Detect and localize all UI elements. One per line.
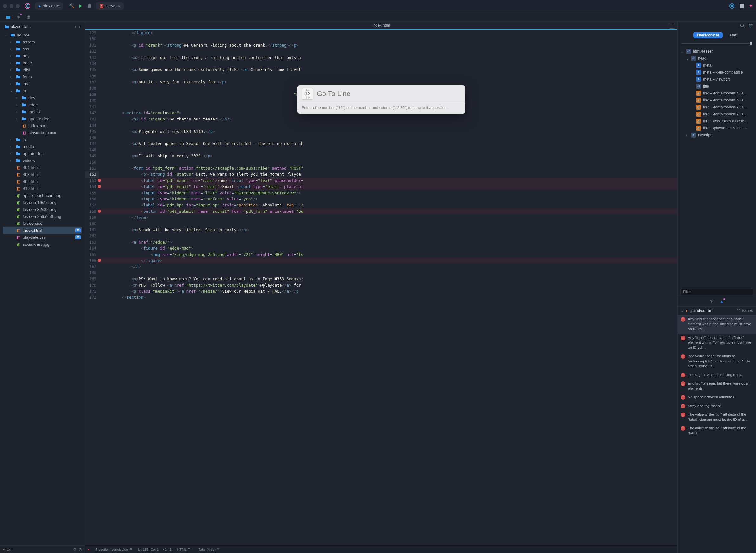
code-line[interactable] — [99, 221, 677, 227]
tree-item-edge[interactable]: ›edge — [3, 59, 82, 66]
tree-item-edge[interactable]: ›edge — [3, 101, 82, 108]
tree-item-js[interactable]: ›js — [3, 136, 82, 143]
tree-item-403-html[interactable]: ◧403.html — [3, 171, 82, 178]
project-selector[interactable]: play.date ⌄ — [4, 24, 32, 29]
tree-item-apple-touch-icon-png[interactable]: ◐apple-touch-icon.png — [3, 192, 82, 199]
minimize-window[interactable] — [9, 4, 13, 8]
project-tab[interactable]: ▸ play.date — [35, 2, 63, 9]
issue-item[interactable]: !End tag "a" violates nesting rules. — [678, 371, 756, 380]
panel-icon[interactable] — [739, 3, 744, 9]
all-issues-icon[interactable]: ✻ — [710, 299, 713, 304]
file-tree[interactable]: ⌄source›assets›css›dev›edge›elist›fonts›… — [0, 31, 85, 545]
code-line[interactable]: <p id="crank"><strong>We weren't kidding… — [99, 42, 677, 48]
maximize-window[interactable] — [16, 4, 20, 8]
code-line[interactable]: <input type="hidden" name="subform" valu… — [99, 196, 677, 202]
code-line[interactable] — [99, 147, 677, 153]
goto-line-input[interactable] — [317, 90, 461, 98]
tree-item-fonts[interactable]: ›fonts — [3, 73, 82, 80]
tab-flat[interactable]: Flat — [726, 32, 740, 38]
nav-fwd-icon[interactable]: › — [79, 24, 80, 29]
code-line[interactable] — [99, 233, 677, 239]
code-line[interactable]: <h2 id="signup">So that's our teaser.</h… — [99, 116, 677, 122]
dom-item[interactable]: ⌄</html#teaser — [680, 48, 754, 55]
tree-item-img[interactable]: ›img — [3, 80, 82, 87]
tree-item-index-html[interactable]: ◧index.html — [3, 122, 82, 129]
run-icon[interactable] — [78, 3, 83, 9]
tree-item-index-html[interactable]: ◧index.htmlM — [3, 227, 82, 234]
code-line[interactable]: <p>It will ship in early 2020.</p> — [99, 153, 677, 159]
issues-list[interactable]: !Any "input" descendant of a "label" ele… — [678, 315, 756, 553]
code-line[interactable]: <img src="/img/edge-mag-256.png"width="7… — [99, 251, 677, 257]
files-icon[interactable] — [6, 15, 11, 19]
code-line[interactable]: <form id="pdt_form" action="https://exam… — [99, 165, 677, 171]
issue-item[interactable]: !Bad value "none" for attribute "autocom… — [678, 352, 756, 371]
filter-gear-icon[interactable]: ⚙ — [73, 547, 77, 552]
dom-item[interactable]: 🔗link – /playdate.css?dec… — [680, 125, 754, 132]
code-line[interactable]: <p>Some games use the crank exclusively … — [99, 67, 677, 73]
dom-item[interactable]: 🔗link – /fonts/roobert/400… — [680, 97, 754, 104]
dom-filter-input[interactable] — [680, 289, 753, 295]
tree-item-source[interactable]: ⌄source — [3, 31, 82, 38]
tree-item-dev[interactable]: ›dev — [3, 94, 82, 101]
tab-hierarchical[interactable]: Hierarchical — [693, 32, 723, 38]
tree-item-media[interactable]: ›media — [3, 108, 82, 115]
tree-item-playdate-jp-css[interactable]: ◧playdate-jp.css — [3, 129, 82, 136]
code-line[interactable] — [99, 270, 677, 276]
search-icon[interactable] — [740, 23, 745, 28]
issues-header[interactable]: ⌄ ▸ jp/index.html 11 issues — [678, 306, 756, 315]
issues-toggle[interactable]: ● — [87, 548, 90, 551]
split-editor-button[interactable] — [669, 23, 675, 28]
code-line[interactable] — [99, 61, 677, 67]
breadcrumb[interactable]: § section#conclusion ⇅ — [93, 547, 134, 552]
code-line[interactable]: <input type="hidden" name="list" value="… — [99, 190, 677, 196]
dom-item[interactable]: 🔗link – /fonts/roobert/700… — [680, 104, 754, 111]
dom-item[interactable]: </title — [680, 83, 754, 90]
code-line[interactable] — [99, 73, 677, 79]
issue-item[interactable]: !End tag "p" seen, but there were open e… — [678, 379, 756, 393]
hierarchy-icon[interactable]: ☷ — [749, 23, 753, 28]
code-line[interactable] — [99, 48, 677, 54]
code-line[interactable] — [99, 135, 677, 141]
code-line[interactable] — [99, 122, 677, 128]
code-line[interactable]: <p>Stock will be very limited. Sign up e… — [99, 227, 677, 233]
issue-item[interactable]: !Stray end tag "span". — [678, 402, 756, 411]
indent-selector[interactable]: Tabs (4 sp) ⇅ — [197, 547, 222, 552]
tree-item-favicon-16x16-png[interactable]: ◐favicon-16x16.png — [3, 199, 82, 206]
tree-item-favicon-32x32-png[interactable]: ◐favicon-32x32.png — [3, 206, 82, 213]
dom-item[interactable]: ⌄</head — [680, 55, 754, 62]
code-line[interactable] — [99, 159, 677, 165]
language-selector[interactable]: HTML ⇅ — [175, 547, 193, 552]
preview-icon[interactable] — [729, 3, 735, 9]
nav-back-icon[interactable]: ‹ — [75, 24, 76, 29]
warnings-icon[interactable]: ▲ — [720, 299, 724, 304]
tree-item-update-dec[interactable]: ›update-dec — [3, 150, 82, 157]
tree-item-favicon-256x256-png[interactable]: ◐favicon-256x256.png — [3, 213, 82, 220]
tree-item-404-html[interactable]: ◧404.html — [3, 178, 82, 185]
tree-item-update-dec[interactable]: ›update-dec — [3, 115, 82, 122]
code-line[interactable]: <label id="pdt_hp" for="input-hp" style=… — [99, 202, 677, 208]
tree-item-social-card-jpg[interactable]: ◐social-card.jpg — [3, 241, 82, 248]
code-line[interactable]: <label id="pdt_email" for="email">Email … — [99, 183, 677, 189]
dom-item[interactable]: 🔗link – /fonts/roobert/700… — [680, 111, 754, 117]
code-line[interactable]: <p>PPS: Follow <a href="https://twitter.… — [99, 282, 677, 288]
tree-item-playdate-css[interactable]: ◧playdate.cssM — [3, 234, 82, 241]
filter-clock-icon[interactable]: ◷ — [79, 547, 82, 552]
add-icon[interactable]: ✦ — [749, 3, 753, 9]
code-line[interactable]: </figure> — [99, 30, 677, 36]
tree-item-jp[interactable]: ⌄jp — [3, 87, 82, 94]
code-line[interactable]: <figure id="edge-mag"> — [99, 245, 677, 251]
tree-item-dev[interactable]: ›dev — [3, 52, 82, 59]
tree-item-410-html[interactable]: ◧410.html — [3, 185, 82, 192]
tree-item-css[interactable]: ›css — [3, 45, 82, 52]
build-icon[interactable]: 🔨 — [69, 3, 75, 9]
dom-item[interactable]: #meta – viewport — [680, 76, 754, 83]
code-line[interactable]: <a href="/edge/"> — [99, 239, 677, 245]
tree-item-favicon-ico[interactable]: ◐favicon.ico — [3, 220, 82, 227]
code-line[interactable] — [99, 36, 677, 42]
code-line[interactable]: <button id="pdt_submit" name="submit" fo… — [99, 208, 677, 214]
issue-item[interactable]: !No space between attributes. — [678, 393, 756, 402]
code-line[interactable]: </section> — [99, 294, 677, 300]
issue-item[interactable]: !The value of the "for" attribute of the… — [678, 424, 756, 438]
stop-icon[interactable] — [87, 3, 92, 9]
issue-item[interactable]: !Any "input" descendant of a "label" ele… — [678, 334, 756, 352]
